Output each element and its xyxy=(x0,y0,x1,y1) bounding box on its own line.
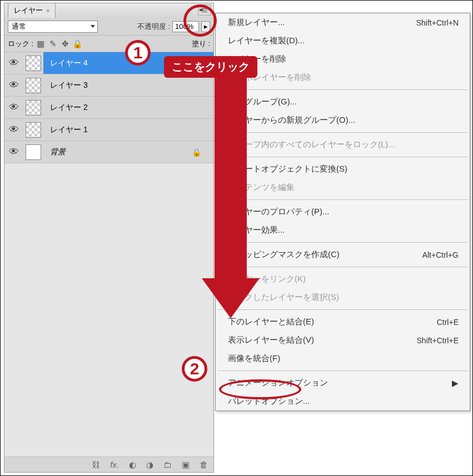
menu-layer-properties[interactable]: レイヤーのプロパティ(P)... xyxy=(216,203,470,221)
blend-mode-value: 通常 xyxy=(12,22,26,32)
menu-label: アニメーションオプション xyxy=(228,378,328,388)
layer-row[interactable]: 👁 レイヤー 1 xyxy=(4,119,213,141)
delete-layer-icon[interactable]: 🗑 xyxy=(200,460,208,469)
menu-flatten-image[interactable]: 画像を統合(F) xyxy=(216,349,470,368)
menu-new-layer[interactable]: 新規レイヤー... Shift+Ctrl+N xyxy=(216,13,470,32)
layer-thumbnail[interactable] xyxy=(26,100,41,116)
menu-label: レイヤーを複製(D)... xyxy=(228,36,305,46)
annotation-arrow-body xyxy=(215,74,247,279)
lock-all-icon[interactable]: 🔒 xyxy=(72,39,82,49)
panel-bottom-toolbar: ⛓ fx. ◐ ◑ 🗀 ▣ 🗑 xyxy=(4,457,213,472)
blend-mode-select[interactable]: 通常 xyxy=(8,21,98,33)
layer-row[interactable]: 👁 レイヤー 2 xyxy=(4,97,213,119)
menu-edit-contents: コンテンツを編集 xyxy=(216,178,470,197)
lock-row: ロック : ▦ ✎ ✥ 🔒 塗り : xyxy=(4,36,213,52)
adjustment-layer-icon[interactable]: ◑ xyxy=(146,460,153,470)
menu-layer-style[interactable]: レイヤー効果... xyxy=(216,221,470,239)
annotation-arrow-head xyxy=(202,278,260,318)
menu-create-clipping-mask[interactable]: クリッピングマスクを作成(C) Alt+Ctrl+G xyxy=(216,245,470,264)
menu-shortcut: Shift+Ctrl+N xyxy=(416,18,459,27)
menu-separator xyxy=(218,370,467,371)
layer-thumbnail[interactable] xyxy=(26,122,41,138)
layer-thumbnail[interactable] xyxy=(26,78,41,93)
lock-transparency-icon[interactable]: ▦ xyxy=(36,39,46,49)
layer-name: レイヤー 1 xyxy=(50,125,88,135)
fill-label: 塗り : xyxy=(192,39,210,49)
lock-paint-icon[interactable]: ✎ xyxy=(48,39,58,49)
opacity-input[interactable]: 100% xyxy=(172,21,199,32)
lock-label: ロック : xyxy=(8,39,33,49)
menu-duplicate-layer[interactable]: レイヤーを複製(D)... xyxy=(216,32,470,50)
menu-new-group-from-layers[interactable]: レイヤーからの新規グループ(O)... xyxy=(216,111,470,129)
menu-separator xyxy=(218,199,467,200)
opacity-value: 100% xyxy=(175,22,193,31)
visibility-toggle[interactable]: 👁 xyxy=(4,57,23,69)
menu-lock-all-in-group: グループ内のすべてのレイヤーをロック(L)... xyxy=(216,136,470,154)
link-layers-icon[interactable]: ⛓ xyxy=(92,460,100,469)
menu-separator xyxy=(218,132,467,133)
layers-tab[interactable]: レイヤー × xyxy=(8,3,56,18)
lock-icon: 🔒 xyxy=(192,148,201,157)
layer-thumbnail[interactable] xyxy=(26,56,41,71)
panel-menu-button[interactable] xyxy=(198,4,211,16)
new-group-icon[interactable]: 🗀 xyxy=(163,460,172,469)
layer-name: レイヤー 2 xyxy=(50,103,88,113)
menu-label: 画像を統合(F) xyxy=(228,353,280,364)
menu-merge-visible[interactable]: 表示レイヤーを結合(V) Shift+Ctrl+E xyxy=(216,331,470,349)
panel-tab-bar: レイヤー × xyxy=(4,3,213,18)
visibility-toggle[interactable]: 👁 xyxy=(4,124,23,136)
menu-label: 表示レイヤーを結合(V) xyxy=(228,335,314,345)
menu-separator xyxy=(218,157,467,157)
annotation-number-label: 2 xyxy=(190,359,200,378)
lock-move-icon[interactable]: ✥ xyxy=(60,39,70,49)
annotation-number-label: 1 xyxy=(133,43,143,62)
menu-shortcut: Ctrl+E xyxy=(437,318,459,327)
menu-separator xyxy=(218,242,467,243)
layer-name: レイヤー 4 xyxy=(50,58,88,68)
annotation-callout-text: ここをクリック xyxy=(172,61,250,73)
layer-mask-icon[interactable]: ◐ xyxy=(129,460,136,470)
layer-row[interactable]: 👁 背景 🔒 xyxy=(4,141,213,163)
annotation-number-2: 2 xyxy=(182,356,207,382)
menu-separator xyxy=(218,267,467,267)
menu-shortcut: Shift+Ctrl+E xyxy=(417,336,459,345)
tab-label: レイヤー xyxy=(14,6,43,16)
visibility-toggle[interactable]: 👁 xyxy=(4,79,23,91)
dropdown-icon xyxy=(91,25,95,28)
menu-label: レイヤーからの新規グループ(O)... xyxy=(228,115,355,126)
opacity-flyout-button[interactable]: ▸ xyxy=(201,21,210,32)
menu-label: グループ内のすべてのレイヤーをロック(L)... xyxy=(228,139,395,150)
layer-thumbnail[interactable] xyxy=(26,144,41,160)
new-layer-icon[interactable]: ▣ xyxy=(182,460,190,470)
visibility-toggle[interactable]: 👁 xyxy=(4,146,23,158)
menu-shortcut: Alt+Ctrl+G xyxy=(422,250,459,259)
blend-row: 通常 不透明度 : 100% ▸ xyxy=(4,18,213,36)
opacity-label: 不透明度 : xyxy=(137,22,170,32)
submenu-arrow-icon: ▶ xyxy=(452,378,459,388)
menu-palette-options[interactable]: パレットオプション... xyxy=(216,392,470,410)
annotation-number-1: 1 xyxy=(125,40,151,66)
layer-style-icon[interactable]: fx. xyxy=(110,460,119,469)
visibility-toggle[interactable]: 👁 xyxy=(4,102,23,113)
menu-label: パレットオプション... xyxy=(228,396,310,407)
menu-label: 新規レイヤー... xyxy=(228,17,285,28)
menu-separator xyxy=(218,89,467,90)
layer-name: 背景 xyxy=(50,147,66,157)
tab-close-icon[interactable]: × xyxy=(46,7,49,14)
menu-new-group[interactable]: 新規グループ(G)... xyxy=(216,93,470,111)
menu-convert-smart-object[interactable]: スマートオブジェクトに変換(S) xyxy=(216,160,470,178)
layer-row[interactable]: 👁 レイヤー 3 xyxy=(4,74,213,97)
layer-name: レイヤー 3 xyxy=(50,81,88,91)
menu-animation-options[interactable]: アニメーションオプション ▶ xyxy=(216,374,470,392)
